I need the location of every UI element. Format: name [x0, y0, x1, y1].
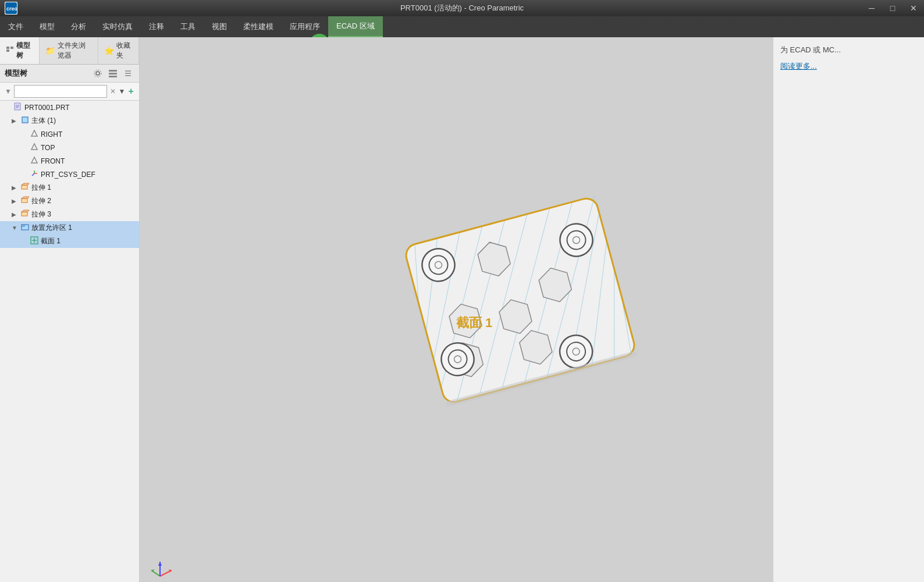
- svg-rect-56: [22, 225, 24, 226]
- menu-view[interactable]: 视图: [204, 16, 235, 37]
- ecad-region-folder-icon: [21, 223, 29, 233]
- ecad-region-expand-icon: ▼: [12, 225, 19, 231]
- tree-item-extrude2[interactable]: ▶ 拉伸 2: [0, 194, 139, 208]
- menu-tools[interactable]: 工具: [172, 16, 204, 37]
- svg-rect-42: [22, 117, 28, 123]
- creo-logo-icon: creo: [5, 2, 17, 15]
- svg-marker-54: [22, 210, 29, 212]
- model-tree-title: 模型树: [5, 68, 89, 79]
- svg-marker-45: [31, 157, 37, 163]
- plane-icon-front: [30, 156, 38, 166]
- sidebar-tab-model-tree[interactable]: 模型树: [0, 37, 40, 64]
- minimize-button[interactable]: ─: [861, 0, 882, 16]
- part-file-icon: [14, 102, 22, 112]
- tree-item-right[interactable]: RIGHT: [0, 127, 139, 141]
- svg-rect-53: [22, 212, 27, 216]
- tree-settings-btn[interactable]: [91, 67, 104, 80]
- svg-marker-136: [158, 562, 162, 566]
- sidebar: 模型树 📁 文件夹浏览器 ⭐ 收藏夹 模型树: [0, 37, 140, 582]
- plane-icon-right: [30, 129, 38, 139]
- tree-item-label-section1: 截面 1: [41, 236, 61, 246]
- tree-more-btn[interactable]: [122, 67, 134, 80]
- menu-file[interactable]: 文件: [0, 16, 31, 37]
- tree-view-btn[interactable]: [106, 67, 119, 80]
- menu-annotation[interactable]: 注释: [141, 16, 172, 37]
- tree-item-prt0001[interactable]: PRT0001.PRT: [0, 101, 139, 114]
- sidebar-tabs: 模型树 📁 文件夹浏览器 ⭐ 收藏夹: [0, 37, 139, 65]
- svg-rect-28: [6, 49, 9, 52]
- menu-bar: 文件 模型 分析 实时仿真 注释 工具 视图 柔性建模 应用程序 ECAD 区域: [0, 16, 924, 37]
- maximize-button[interactable]: □: [882, 0, 903, 16]
- body-expand-icon: ▶: [12, 118, 19, 124]
- tree-item-label-extrude2: 拉伸 2: [31, 196, 51, 206]
- extrude2-expand-icon: ▶: [12, 198, 19, 204]
- folder-tab-label: 文件夹浏览器: [58, 41, 92, 61]
- favorites-tab-label: 收藏夹: [116, 41, 133, 61]
- search-filter-btn[interactable]: ▼: [119, 86, 126, 97]
- title-bar: creo PRT0001 (活动的) - Creo Parametric ─ □…: [0, 0, 924, 16]
- svg-marker-52: [22, 197, 29, 198]
- tree-item-front[interactable]: FRONT: [0, 154, 139, 168]
- svg-point-30: [96, 72, 99, 75]
- tree-item-csys[interactable]: PRT_CSYS_DEF: [0, 168, 139, 181]
- tree-item-label-extrude3: 拉伸 3: [31, 210, 51, 219]
- close-button[interactable]: ✕: [903, 0, 924, 16]
- tree-item-label-csys: PRT_CSYS_DEF: [41, 171, 95, 179]
- sidebar-tab-folder[interactable]: 📁 文件夹浏览器: [40, 37, 98, 64]
- tree-item-label-front: FRONT: [41, 157, 65, 165]
- tree-item-body[interactable]: ▶ 主体 (1): [0, 114, 139, 127]
- tree-item-label-right: RIGHT: [41, 130, 62, 139]
- menu-model[interactable]: 模型: [31, 16, 63, 37]
- tree-item-label-top: TOP: [41, 144, 55, 152]
- svg-rect-96: [404, 196, 637, 404]
- favorites-tab-icon: ⭐: [104, 46, 114, 55]
- part-3d-view: 截面 1: [381, 147, 683, 473]
- tree-content: PRT0001.PRT ▶ 主体 (1) RIGHT: [0, 101, 139, 248]
- app-logo: creo: [5, 2, 17, 15]
- tree-item-extrude1[interactable]: ▶ 拉伸 1: [0, 181, 139, 194]
- extrude-icon-3: [21, 210, 29, 219]
- tree-item-section1[interactable]: 截面 1: [0, 235, 139, 248]
- body-icon: [21, 116, 29, 126]
- ecad-info-text: 为 ECAD 或 MC...: [780, 44, 917, 56]
- folder-tab-icon: 📁: [45, 46, 55, 55]
- tree-item-top[interactable]: TOP: [0, 141, 139, 154]
- svg-line-48: [32, 173, 34, 176]
- svg-rect-49: [22, 185, 27, 189]
- svg-marker-50: [22, 183, 29, 185]
- svg-rect-34: [109, 76, 117, 77]
- sidebar-tab-favorites[interactable]: ⭐ 收藏夹: [98, 37, 139, 64]
- menu-flexible[interactable]: 柔性建模: [235, 16, 282, 37]
- svg-rect-32: [109, 70, 117, 72]
- model-tree-header: 模型树: [0, 65, 139, 83]
- search-add-btn[interactable]: +: [127, 86, 134, 97]
- filter-icon: ▼: [5, 87, 12, 95]
- tree-search-bar: ▼ ✕ ▼ +: [0, 83, 139, 101]
- extrude3-expand-icon: ▶: [12, 211, 19, 218]
- svg-rect-27: [6, 47, 9, 49]
- tree-item-label-body: 主体 (1): [31, 116, 56, 126]
- tree-item-label-extrude1: 拉伸 1: [31, 183, 51, 193]
- svg-text:截面 1: 截面 1: [456, 315, 492, 330]
- menu-analysis[interactable]: 分析: [63, 16, 94, 37]
- tree-item-label-ecad-region: 放置允许区 1: [31, 223, 72, 233]
- tree-item-extrude3[interactable]: ▶ 拉伸 3: [0, 208, 139, 221]
- read-more-link[interactable]: 阅读更多...: [780, 61, 917, 72]
- tree-search-input[interactable]: [14, 85, 107, 98]
- svg-point-31: [94, 70, 101, 77]
- extrude-icon-1: [21, 183, 29, 193]
- search-clear-btn[interactable]: ✕: [109, 86, 116, 97]
- model-tree-tab-label: 模型树: [16, 41, 33, 61]
- menu-simulation[interactable]: 实时仿真: [94, 16, 141, 37]
- svg-text:creo: creo: [6, 6, 17, 12]
- model-tree-tab-icon: [6, 46, 14, 56]
- ecad-info-content: 为 ECAD 或 MC...: [780, 45, 841, 54]
- svg-marker-43: [31, 130, 37, 136]
- window-title: PRT0001 (活动的) - Creo Parametric: [400, 3, 524, 13]
- window-controls: ─ □ ✕: [861, 0, 924, 16]
- section-edit-icon: [30, 236, 38, 246]
- tree-item-label-prt: PRT0001.PRT: [24, 104, 70, 112]
- right-panel: 为 ECAD 或 MC... 阅读更多...: [773, 37, 924, 582]
- svg-marker-44: [31, 144, 37, 150]
- tree-item-ecad-region[interactable]: ▼ 放置允许区 1: [0, 221, 139, 235]
